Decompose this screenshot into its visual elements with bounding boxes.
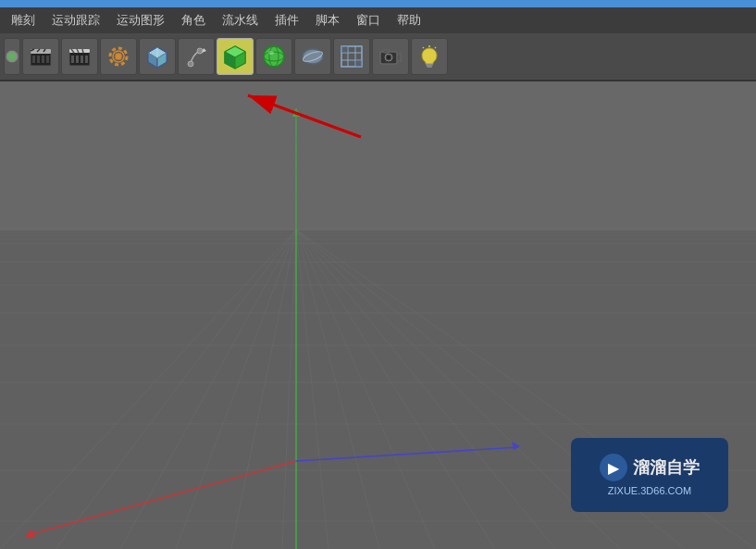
menu-motion-track[interactable]: 运动跟踪 — [44, 10, 107, 31]
toolbar-btn-settings[interactable] — [100, 38, 137, 75]
toolbar-btn-camera[interactable] — [372, 38, 409, 75]
svg-rect-49 — [355, 60, 362, 67]
menu-motion-shape[interactable]: 运动图形 — [109, 10, 172, 31]
toolbar-btn-grid[interactable] — [333, 38, 370, 75]
svg-rect-19 — [85, 56, 88, 63]
menu-bar: 雕刻 运动跟踪 运动图形 角色 流水线 插件 脚本 窗口 帮助 — [0, 7, 756, 33]
watermark-url: ZIXUE.3D66.COM — [608, 485, 691, 496]
svg-point-31 — [188, 61, 193, 67]
svg-point-20 — [115, 53, 122, 60]
svg-rect-7 — [32, 56, 35, 63]
toolbar-btn-clapperboard1[interactable] — [22, 38, 59, 75]
watermark-badge: ▶ 溜溜自学 ZIXUE.3D66.COM — [571, 438, 728, 512]
toolbar-btn-greensphere[interactable] — [255, 38, 292, 75]
svg-rect-8 — [37, 56, 40, 63]
svg-rect-54 — [383, 50, 389, 53]
svg-rect-18 — [81, 56, 83, 63]
toolbar-btn-clapperboard2[interactable] — [61, 38, 98, 75]
svg-line-15 — [82, 49, 83, 53]
svg-point-37 — [264, 46, 284, 67]
toolbar — [0, 33, 756, 81]
svg-rect-16 — [71, 56, 74, 63]
toolbar-btn-leftedge[interactable] — [4, 38, 20, 75]
svg-rect-48 — [341, 46, 348, 53]
svg-rect-56 — [427, 66, 432, 68]
toolbar-btn-greenbox[interactable] — [217, 38, 254, 75]
toolbar-btn-light[interactable] — [411, 38, 448, 75]
svg-rect-9 — [42, 56, 44, 63]
svg-line-59 — [423, 47, 424, 48]
watermark-brand: 溜溜自学 — [633, 456, 700, 479]
viewport[interactable]: ▶ 溜溜自学 ZIXUE.3D66.COM — [0, 81, 756, 549]
menu-script[interactable]: 脚本 — [308, 10, 347, 31]
svg-rect-10 — [46, 56, 49, 63]
menu-sculpt[interactable]: 雕刻 — [4, 10, 43, 31]
svg-rect-17 — [76, 56, 79, 63]
menu-plugin[interactable]: 插件 — [267, 10, 306, 31]
menu-pipeline[interactable]: 流水线 — [215, 10, 266, 31]
svg-point-40 — [268, 51, 274, 55]
menu-window[interactable]: 窗口 — [349, 10, 388, 31]
menu-help[interactable]: 帮助 — [390, 10, 428, 31]
toolbar-btn-pen[interactable] — [178, 38, 215, 75]
svg-rect-55 — [426, 64, 433, 66]
menu-character[interactable]: 角色 — [174, 10, 213, 31]
toolbar-btn-3dcube[interactable] — [139, 38, 176, 75]
watermark-logo-icon: ▶ — [600, 454, 627, 481]
top-accent-bar — [0, 0, 756, 7]
svg-point-30 — [197, 48, 203, 54]
toolbar-btn-ellipse[interactable] — [294, 38, 331, 75]
svg-point-1 — [7, 52, 16, 60]
svg-point-53 — [387, 56, 390, 59]
svg-line-58 — [435, 47, 436, 48]
